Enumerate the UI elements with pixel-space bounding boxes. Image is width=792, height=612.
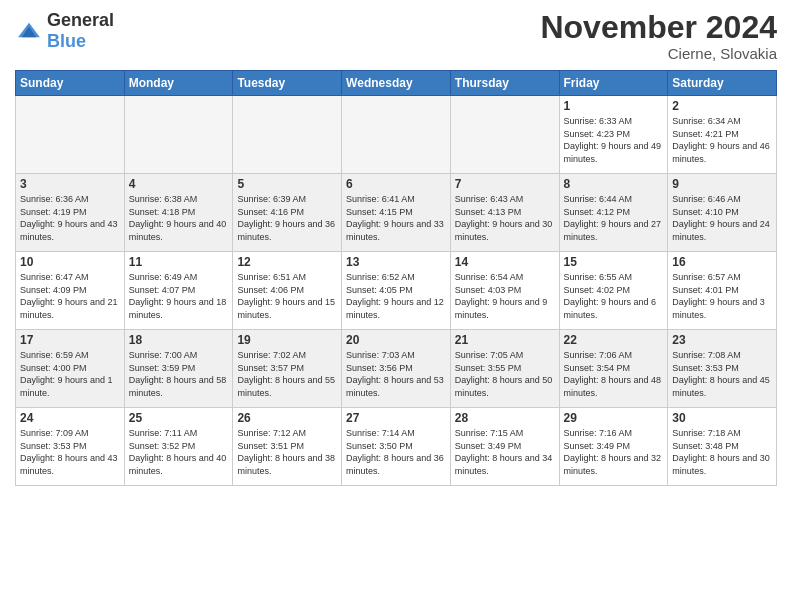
calendar: Sunday Monday Tuesday Wednesday Thursday… [15, 70, 777, 486]
col-thursday: Thursday [450, 71, 559, 96]
table-row: 4Sunrise: 6:38 AM Sunset: 4:18 PM Daylig… [124, 174, 233, 252]
col-sunday: Sunday [16, 71, 125, 96]
table-row: 25Sunrise: 7:11 AM Sunset: 3:52 PM Dayli… [124, 408, 233, 486]
day-number: 7 [455, 177, 555, 191]
day-info: Sunrise: 6:33 AM Sunset: 4:23 PM Dayligh… [564, 115, 664, 165]
table-row: 19Sunrise: 7:02 AM Sunset: 3:57 PM Dayli… [233, 330, 342, 408]
day-number: 27 [346, 411, 446, 425]
location: Cierne, Slovakia [540, 45, 777, 62]
table-row: 30Sunrise: 7:18 AM Sunset: 3:48 PM Dayli… [668, 408, 777, 486]
day-info: Sunrise: 6:46 AM Sunset: 4:10 PM Dayligh… [672, 193, 772, 243]
day-number: 10 [20, 255, 120, 269]
day-number: 11 [129, 255, 229, 269]
day-info: Sunrise: 7:06 AM Sunset: 3:54 PM Dayligh… [564, 349, 664, 399]
day-info: Sunrise: 7:15 AM Sunset: 3:49 PM Dayligh… [455, 427, 555, 477]
day-info: Sunrise: 7:00 AM Sunset: 3:59 PM Dayligh… [129, 349, 229, 399]
table-row: 20Sunrise: 7:03 AM Sunset: 3:56 PM Dayli… [342, 330, 451, 408]
table-row: 7Sunrise: 6:43 AM Sunset: 4:13 PM Daylig… [450, 174, 559, 252]
table-row: 29Sunrise: 7:16 AM Sunset: 3:49 PM Dayli… [559, 408, 668, 486]
table-row: 16Sunrise: 6:57 AM Sunset: 4:01 PM Dayli… [668, 252, 777, 330]
day-number: 6 [346, 177, 446, 191]
table-row [450, 96, 559, 174]
day-info: Sunrise: 7:18 AM Sunset: 3:48 PM Dayligh… [672, 427, 772, 477]
day-info: Sunrise: 6:44 AM Sunset: 4:12 PM Dayligh… [564, 193, 664, 243]
table-row [16, 96, 125, 174]
day-info: Sunrise: 7:09 AM Sunset: 3:53 PM Dayligh… [20, 427, 120, 477]
col-saturday: Saturday [668, 71, 777, 96]
day-number: 9 [672, 177, 772, 191]
day-info: Sunrise: 7:14 AM Sunset: 3:50 PM Dayligh… [346, 427, 446, 477]
table-row: 12Sunrise: 6:51 AM Sunset: 4:06 PM Dayli… [233, 252, 342, 330]
day-number: 12 [237, 255, 337, 269]
logo-icon [15, 21, 43, 41]
header: General Blue November 2024 Cierne, Slova… [15, 10, 777, 62]
table-row: 15Sunrise: 6:55 AM Sunset: 4:02 PM Dayli… [559, 252, 668, 330]
day-number: 8 [564, 177, 664, 191]
day-number: 29 [564, 411, 664, 425]
day-info: Sunrise: 6:49 AM Sunset: 4:07 PM Dayligh… [129, 271, 229, 321]
day-number: 4 [129, 177, 229, 191]
day-number: 26 [237, 411, 337, 425]
day-number: 30 [672, 411, 772, 425]
day-number: 22 [564, 333, 664, 347]
day-number: 5 [237, 177, 337, 191]
table-row: 24Sunrise: 7:09 AM Sunset: 3:53 PM Dayli… [16, 408, 125, 486]
day-info: Sunrise: 6:55 AM Sunset: 4:02 PM Dayligh… [564, 271, 664, 321]
day-info: Sunrise: 6:52 AM Sunset: 4:05 PM Dayligh… [346, 271, 446, 321]
table-row: 10Sunrise: 6:47 AM Sunset: 4:09 PM Dayli… [16, 252, 125, 330]
table-row: 18Sunrise: 7:00 AM Sunset: 3:59 PM Dayli… [124, 330, 233, 408]
day-info: Sunrise: 6:39 AM Sunset: 4:16 PM Dayligh… [237, 193, 337, 243]
day-number: 13 [346, 255, 446, 269]
day-info: Sunrise: 7:08 AM Sunset: 3:53 PM Dayligh… [672, 349, 772, 399]
logo: General Blue [15, 10, 114, 52]
day-number: 1 [564, 99, 664, 113]
day-info: Sunrise: 6:36 AM Sunset: 4:19 PM Dayligh… [20, 193, 120, 243]
day-number: 25 [129, 411, 229, 425]
day-info: Sunrise: 6:41 AM Sunset: 4:15 PM Dayligh… [346, 193, 446, 243]
day-info: Sunrise: 6:38 AM Sunset: 4:18 PM Dayligh… [129, 193, 229, 243]
table-row: 28Sunrise: 7:15 AM Sunset: 3:49 PM Dayli… [450, 408, 559, 486]
title-section: November 2024 Cierne, Slovakia [540, 10, 777, 62]
table-row: 13Sunrise: 6:52 AM Sunset: 4:05 PM Dayli… [342, 252, 451, 330]
day-info: Sunrise: 7:05 AM Sunset: 3:55 PM Dayligh… [455, 349, 555, 399]
table-row: 11Sunrise: 6:49 AM Sunset: 4:07 PM Dayli… [124, 252, 233, 330]
table-row: 9Sunrise: 6:46 AM Sunset: 4:10 PM Daylig… [668, 174, 777, 252]
day-number: 19 [237, 333, 337, 347]
table-row: 26Sunrise: 7:12 AM Sunset: 3:51 PM Dayli… [233, 408, 342, 486]
table-row: 8Sunrise: 6:44 AM Sunset: 4:12 PM Daylig… [559, 174, 668, 252]
day-number: 20 [346, 333, 446, 347]
table-row: 3Sunrise: 6:36 AM Sunset: 4:19 PM Daylig… [16, 174, 125, 252]
table-row: 27Sunrise: 7:14 AM Sunset: 3:50 PM Dayli… [342, 408, 451, 486]
col-tuesday: Tuesday [233, 71, 342, 96]
table-row: 1Sunrise: 6:33 AM Sunset: 4:23 PM Daylig… [559, 96, 668, 174]
day-number: 21 [455, 333, 555, 347]
col-wednesday: Wednesday [342, 71, 451, 96]
day-info: Sunrise: 7:16 AM Sunset: 3:49 PM Dayligh… [564, 427, 664, 477]
calendar-header-row: Sunday Monday Tuesday Wednesday Thursday… [16, 71, 777, 96]
col-monday: Monday [124, 71, 233, 96]
day-number: 18 [129, 333, 229, 347]
logo-general: General [47, 10, 114, 30]
day-number: 2 [672, 99, 772, 113]
day-number: 17 [20, 333, 120, 347]
table-row [124, 96, 233, 174]
day-info: Sunrise: 7:12 AM Sunset: 3:51 PM Dayligh… [237, 427, 337, 477]
day-number: 16 [672, 255, 772, 269]
table-row [233, 96, 342, 174]
table-row: 2Sunrise: 6:34 AM Sunset: 4:21 PM Daylig… [668, 96, 777, 174]
day-info: Sunrise: 6:51 AM Sunset: 4:06 PM Dayligh… [237, 271, 337, 321]
day-info: Sunrise: 7:02 AM Sunset: 3:57 PM Dayligh… [237, 349, 337, 399]
table-row: 17Sunrise: 6:59 AM Sunset: 4:00 PM Dayli… [16, 330, 125, 408]
table-row: 23Sunrise: 7:08 AM Sunset: 3:53 PM Dayli… [668, 330, 777, 408]
day-number: 23 [672, 333, 772, 347]
month-title: November 2024 [540, 10, 777, 45]
logo-blue: Blue [47, 31, 86, 51]
day-number: 15 [564, 255, 664, 269]
day-info: Sunrise: 6:54 AM Sunset: 4:03 PM Dayligh… [455, 271, 555, 321]
day-info: Sunrise: 6:59 AM Sunset: 4:00 PM Dayligh… [20, 349, 120, 399]
day-info: Sunrise: 7:03 AM Sunset: 3:56 PM Dayligh… [346, 349, 446, 399]
page: General Blue November 2024 Cierne, Slova… [0, 0, 792, 612]
table-row: 6Sunrise: 6:41 AM Sunset: 4:15 PM Daylig… [342, 174, 451, 252]
table-row: 5Sunrise: 6:39 AM Sunset: 4:16 PM Daylig… [233, 174, 342, 252]
day-info: Sunrise: 7:11 AM Sunset: 3:52 PM Dayligh… [129, 427, 229, 477]
